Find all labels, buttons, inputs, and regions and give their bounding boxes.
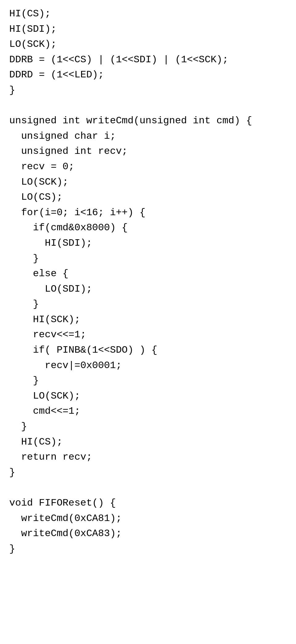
code-line: recv = 0; — [9, 159, 287, 174]
code-line: cmd<<=1; — [9, 404, 287, 419]
code-line: unsigned int writeCmd(unsigned int cmd) … — [9, 113, 287, 129]
code-line: LO(SCK); — [9, 174, 287, 190]
code-line — [9, 98, 287, 113]
code-line: } — [9, 373, 287, 388]
code-container: HI(CS);HI(SDI);LO(SCK);DDRB = (1<<CS) | … — [9, 6, 287, 556]
code-line: else { — [9, 266, 287, 281]
code-line: HI(SCK); — [9, 312, 287, 327]
code-line: } — [9, 251, 287, 266]
code-line: unsigned int recv; — [9, 144, 287, 159]
code-line: HI(CS); — [9, 6, 287, 22]
code-line: for(i=0; i<16; i++) { — [9, 205, 287, 220]
code-line: DDRB = (1<<CS) | (1<<SDI) | (1<<SCK); — [9, 52, 287, 68]
code-line: } — [9, 297, 287, 312]
code-line: LO(SCK); — [9, 388, 287, 404]
code-line: recv|=0x0001; — [9, 358, 287, 373]
code-line: HI(SDI); — [9, 236, 287, 251]
code-line: LO(CS); — [9, 190, 287, 205]
code-line: writeCmd(0xCA81); — [9, 511, 287, 526]
code-line: HI(SDI); — [9, 22, 287, 37]
code-line: writeCmd(0xCA83); — [9, 526, 287, 541]
code-line: HI(CS); — [9, 434, 287, 450]
code-line: if(cmd&0x8000) { — [9, 220, 287, 236]
code-line: unsigned char i; — [9, 129, 287, 144]
code-line: recv<<=1; — [9, 327, 287, 343]
code-line: if( PINB&(1<<SDO) ) { — [9, 343, 287, 358]
code-line: } — [9, 419, 287, 434]
code-line: } — [9, 83, 287, 98]
code-line: void FIFOReset() { — [9, 495, 287, 511]
code-line: LO(SDI); — [9, 281, 287, 297]
code-line — [9, 480, 287, 495]
code-line: } — [9, 465, 287, 480]
code-line: LO(SCK); — [9, 37, 287, 52]
code-line: return recv; — [9, 449, 287, 465]
code-line: DDRD = (1<<LED); — [9, 67, 287, 83]
code-line: } — [9, 541, 287, 557]
